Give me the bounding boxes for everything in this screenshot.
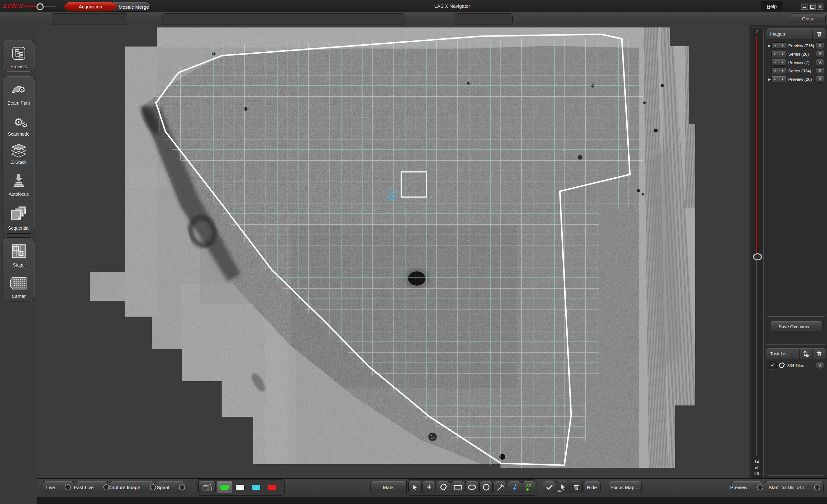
preview-indicator — [757, 484, 763, 491]
intensity-slider-knob[interactable] — [37, 3, 44, 10]
image-close-button[interactable]: X — [816, 51, 824, 57]
sidebar-item-sequential[interactable]: 3 2 1 Sequential — [3, 199, 34, 233]
palette-green-button[interactable] — [217, 481, 232, 493]
carrier-icon — [10, 277, 28, 291]
lut-table-button[interactable] — [198, 481, 216, 493]
sidebar-group-acquisition: ⚙ Beam Path ⚙⚙ Scanmode Z-Stack Autofocu… — [3, 76, 35, 233]
palette-white-button[interactable] — [233, 481, 247, 493]
live-button[interactable]: Live — [43, 481, 74, 493]
task-list-header: Task List — [766, 349, 826, 359]
image-viewer[interactable]: F — [37, 25, 749, 478]
add-focus-point-button[interactable]: F — [508, 481, 521, 493]
app-title: LAS X Navigator — [426, 3, 478, 9]
polygon-tool-button[interactable] — [437, 481, 450, 493]
help-button[interactable]: Help — [760, 1, 783, 11]
check-icon — [546, 484, 553, 490]
close-button[interactable]: Close — [791, 13, 826, 23]
add-autofocus-button[interactable]: AF — [522, 481, 535, 493]
hide-button[interactable]: Hide — [583, 481, 600, 493]
palette-cyan-button[interactable] — [249, 481, 263, 493]
sidebar-item-carrier[interactable]: Carrier — [3, 270, 34, 301]
fast-live-button[interactable]: Fast Live — [76, 481, 108, 493]
task-row: ✓ 334 Tiles X — [768, 361, 824, 369]
sidebar-item-beam-path[interactable]: ⚙ Beam Path — [3, 77, 34, 108]
image-row: ▶ ✓▼ Preview (716) X — [768, 42, 824, 49]
right-panel: Images ▶ ✓▼ Preview (716) X ✓▼ Series (2… — [764, 25, 827, 478]
maximize-button[interactable] — [809, 4, 816, 10]
task-checkbox[interactable]: ✓ — [769, 361, 777, 369]
preview-button[interactable]: Preview — [731, 481, 763, 493]
images-panel: Images ▶ ✓▼ Preview (716) X ✓▼ Series (2… — [766, 29, 826, 317]
save-overview-button[interactable]: Save Overview ... — [770, 321, 823, 333]
trash-icon — [573, 484, 580, 491]
lut-keyboard-icon — [202, 484, 212, 491]
image-visibility-combo[interactable]: ✓▼ — [771, 42, 786, 49]
image-close-button[interactable]: X — [816, 76, 824, 83]
select-all-button[interactable]: ALL — [556, 481, 569, 493]
expand-icon[interactable]: ▶ — [768, 44, 771, 48]
magic-wand-tool-button[interactable] — [494, 481, 507, 493]
images-delete-all-button[interactable] — [813, 29, 826, 39]
polygon-region-icon — [778, 362, 785, 369]
leica-logo: Leica — [2, 1, 23, 9]
apply-check-button[interactable] — [543, 481, 556, 493]
start-time-estimate: 14 s — [796, 485, 805, 490]
ellipse-tool-button[interactable] — [465, 481, 478, 493]
close-window-button[interactable]: ✕ — [817, 4, 823, 10]
start-button[interactable]: Start 33 GB 14 s — [765, 481, 824, 493]
focus-map-button[interactable]: Focus Map ... — [609, 481, 642, 493]
spiral-indicator — [179, 484, 185, 491]
image-visibility-combo[interactable]: ✓▼ — [771, 76, 786, 83]
z-slider-track-red[interactable] — [756, 36, 757, 255]
svg-text:1: 1 — [18, 215, 20, 219]
task-remove-selected-button[interactable] — [799, 349, 813, 359]
footer-strip — [37, 497, 827, 504]
trash-icon — [816, 31, 822, 37]
tab-acquisition[interactable]: Acquisition — [63, 2, 117, 11]
z-slider-track-rest[interactable] — [756, 258, 757, 456]
polygon-icon — [440, 484, 447, 491]
minimize-icon — [803, 7, 806, 8]
image-visibility-combo[interactable]: ✓▼ — [771, 67, 786, 74]
image-close-button[interactable]: X — [816, 42, 824, 49]
start-indicator — [814, 484, 820, 491]
trash-icon — [816, 351, 822, 357]
expand-icon[interactable]: ▶ — [768, 78, 771, 81]
image-row: ✓▼ Preview (7) X — [768, 58, 824, 66]
image-row: ▶ ✓▼ Preview (20) X — [768, 75, 824, 83]
rectangle-tool-button[interactable] — [451, 481, 464, 493]
svg-text:2: 2 — [21, 212, 23, 216]
intensity-slider[interactable] — [25, 5, 57, 7]
mark-button[interactable]: Mark — [370, 481, 406, 493]
image-row: ✓▼ Series (334) X — [768, 67, 824, 74]
image-visibility-combo[interactable]: ✓▼ — [771, 59, 786, 65]
minimize-button[interactable] — [801, 4, 808, 10]
capture-image-button[interactable]: Capture Image — [110, 481, 154, 493]
autofocus-plus-icon: AF — [525, 483, 533, 491]
sidebar-item-projects[interactable]: Projects — [3, 40, 35, 72]
spiral-button[interactable]: Spiral — [157, 481, 185, 493]
capture-indicator — [150, 484, 156, 491]
svg-text:3: 3 — [24, 209, 26, 213]
image-close-button[interactable]: X — [816, 67, 824, 74]
mosaic-overview-image: F — [37, 25, 749, 478]
select-tool-button[interactable] — [408, 481, 422, 493]
task-delete-all-button[interactable] — [813, 349, 826, 359]
palette-red-button[interactable] — [265, 481, 280, 493]
sidebar-item-stage[interactable]: Stage — [3, 238, 34, 270]
sidebar-item-z-stack[interactable]: Z-Stack — [3, 139, 34, 167]
maximize-icon — [810, 5, 814, 9]
z-slider-knob[interactable] — [753, 253, 762, 260]
add-point-tool-button[interactable]: + — [423, 481, 436, 493]
circle-tool-button[interactable] — [479, 481, 493, 493]
sidebar-item-autofocus[interactable]: Autofocus — [3, 167, 34, 199]
delete-regions-button[interactable] — [570, 481, 583, 493]
task-close-button[interactable]: X — [816, 362, 824, 369]
stage-icon — [11, 244, 27, 260]
sidebar-item-scanmode[interactable]: ⚙⚙ Scanmode — [3, 108, 34, 139]
tab-mosaic-merge[interactable]: Mosaic Merge — [112, 2, 151, 12]
live-indicator — [64, 484, 71, 491]
ellipse-icon — [468, 484, 476, 491]
image-visibility-combo[interactable]: ✓▼ — [771, 51, 786, 57]
image-close-button[interactable]: X — [816, 59, 824, 66]
